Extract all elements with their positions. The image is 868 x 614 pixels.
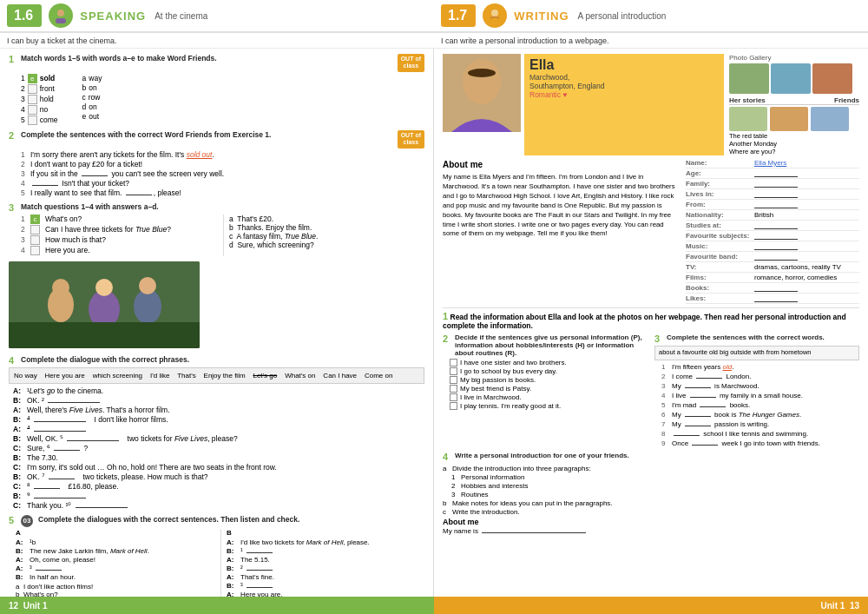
footer: 12 Unit 1 Unit 1 13: [0, 597, 868, 614]
out-of-class-badge-1: OUT ofclass: [398, 54, 424, 72]
footer-left: 12 Unit 1: [0, 597, 434, 614]
left-page: 1 Match words 1–5 with words a–e to make…: [0, 49, 434, 597]
read-task: 1 Read the information about Ella and lo…: [443, 307, 859, 330]
svg-rect-10: [9, 322, 200, 348]
numbered-words: 1esold 2front 3hold 4no 5come: [21, 74, 58, 125]
ex5-dialogue-a: A A:¹b B:The new Jake Larkin film, Mark …: [16, 529, 214, 597]
header: 1.6 speaKING At the cinema 1.7 WRITING A…: [0, 0, 868, 33]
story-photo-1: [729, 107, 767, 131]
ex4-title: Complete the dialogue with the correct p…: [21, 355, 189, 364]
info-table: Name:Ella Myers Age: Family: Lives in: F…: [686, 159, 859, 305]
ex2-sentences: 1I'm sorry there aren't any tickets for …: [21, 150, 424, 197]
exercise-1: 1 Match words 1–5 with words a–e to make…: [9, 54, 424, 125]
right-subtitle: A personal introduction: [578, 11, 667, 21]
photo-gallery: Photo Gallery Her stories Friends: [729, 54, 859, 155]
footer-right-label: Unit 1: [821, 601, 845, 611]
ex3-questions: 1cWhat's on? 2Can I have three tickets f…: [21, 215, 216, 256]
ex2-checkbox-list: I have one sister and two brothers. I go…: [450, 359, 648, 410]
about-text-block: About me My name is Ella Myers and I'm f…: [443, 159, 679, 305]
svg-point-9: [139, 277, 156, 294]
cando-left: I can buy a ticket at the cinema.: [0, 33, 434, 49]
writing-label: WRITING: [514, 10, 569, 23]
ella-name: Ella: [529, 57, 719, 73]
exercise-4: 4 Complete the dialogue with the correct…: [9, 355, 424, 510]
ella-location2: Southampton, England: [529, 82, 719, 90]
story-photo-3: [811, 107, 849, 131]
write-instructions: aDivide the introduction into three para…: [443, 465, 859, 535]
svg-point-5: [52, 279, 69, 296]
svg-point-14: [468, 69, 496, 77]
section-badge-left: 1.6: [7, 4, 42, 27]
out-of-class-badge-2: OUT ofclass: [398, 130, 424, 149]
svg-rect-1: [56, 18, 66, 23]
ex3-title: Match questions 1–4 with answers a–d.: [21, 202, 159, 211]
cinema-image: [9, 261, 200, 348]
left-subtitle: At the cinema: [155, 11, 207, 21]
word-bank: about a favourite old big outside with f…: [654, 346, 859, 360]
footer-right-pagenum: 13: [850, 601, 859, 611]
gallery-title: Photo Gallery: [729, 54, 859, 62]
exercise-2: 2 Complete the sentences with the correc…: [9, 130, 424, 197]
footer-left-pagenum: 12: [9, 601, 18, 611]
ella-location: Marchwood,: [529, 73, 719, 82]
her-stories: Her stories Friends The red table Anothe…: [729, 96, 859, 155]
svg-point-0: [57, 10, 64, 17]
story-photo-2: [770, 107, 808, 131]
ella-tag: Romantic ♥: [529, 90, 719, 99]
svg-point-2: [491, 10, 498, 17]
right-ex-4: 4 Write a personal introduction for one …: [443, 452, 859, 535]
ella-photo: [443, 54, 521, 132]
svg-point-7: [95, 279, 113, 296]
ex5-title: Complete the dialogues with the correct …: [38, 515, 299, 524]
right-page: Ella Marchwood, Southampton, England Rom…: [434, 49, 868, 597]
about-paragraph: My name is Ella Myers and I'm fifteen. I…: [443, 173, 679, 239]
phrase-box: No way Here you are which screening I'd …: [9, 367, 424, 384]
gallery-photo-1: [729, 63, 769, 94]
audio-badge: 03: [21, 515, 33, 527]
ex3-answers: a That's £20. b Thanks. Enjoy the film. …: [223, 215, 424, 256]
gallery-photo-3: [812, 63, 852, 94]
ex5-dialogue-b: B A:I'd like two tickets for Mark of Hel…: [220, 529, 424, 597]
gallery-photo-2: [771, 63, 811, 94]
ella-info-box: Ella Marchwood, Southampton, England Rom…: [524, 54, 724, 155]
letter-words: away bon crow don eout: [82, 74, 102, 125]
header-left: 1.6 speaKING At the cinema: [0, 0, 434, 33]
header-right: 1.7 WRITING A personal introduction: [434, 0, 868, 33]
footer-left-label: Unit 1: [23, 601, 48, 611]
exercise-5: 5 03 Complete the dialogues with the cor…: [9, 515, 424, 597]
footer-right: Unit 1 13: [434, 597, 868, 614]
exercise-3: 3 Match questions 1–4 with answers a–d. …: [9, 202, 424, 256]
cando-right: I can write a personal introduction to a…: [434, 33, 868, 49]
about-me-section: About me My name is Ella Myers and I'm f…: [443, 159, 859, 305]
speaking-label: speaKING: [80, 10, 146, 23]
section-badge-right: 1.7: [441, 4, 476, 27]
right-exercises: 2 Decide if the sentences give us person…: [443, 333, 859, 449]
ex2-title: Complete the sentences with the correct …: [21, 130, 394, 139]
right-ex-3: 3 Complete the sentences with the correc…: [654, 333, 859, 449]
fill-sentences: 1I'm fifteen years old. 2I come London. …: [661, 363, 859, 447]
ex1-title: Match words 1–5 with words a–e to make W…: [21, 54, 394, 63]
right-ex-2: 2 Decide if the sentences give us person…: [443, 333, 648, 449]
ex4-dialogue: A:¹Let's go to the cinema. B:OK. ² A:Wel…: [13, 386, 424, 510]
